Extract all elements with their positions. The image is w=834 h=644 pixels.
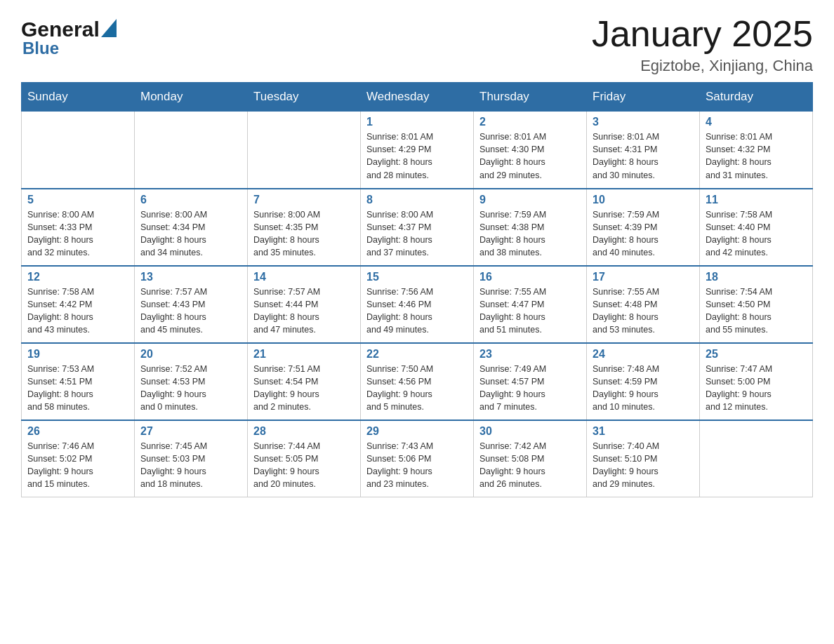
day-info: Sunrise: 8:01 AM Sunset: 4:30 PM Dayligh… [479,130,581,182]
day-cell: 20Sunrise: 7:52 AM Sunset: 4:53 PM Dayli… [135,343,248,420]
calendar-subtitle: Egiztobe, Xinjiang, China [592,57,813,75]
day-cell: 12Sunrise: 7:58 AM Sunset: 4:42 PM Dayli… [22,266,135,343]
day-number: 6 [140,194,241,206]
day-number: 1 [366,116,468,128]
day-number: 15 [366,271,468,283]
col-header-saturday: Saturday [700,83,813,112]
day-cell: 1Sunrise: 8:01 AM Sunset: 4:29 PM Daylig… [361,112,474,189]
day-info: Sunrise: 7:57 AM Sunset: 4:43 PM Dayligh… [140,286,241,337]
day-cell: 11Sunrise: 7:58 AM Sunset: 4:40 PM Dayli… [700,189,813,266]
day-cell: 16Sunrise: 7:55 AM Sunset: 4:47 PM Dayli… [474,266,587,343]
day-cell: 2Sunrise: 8:01 AM Sunset: 4:30 PM Daylig… [474,112,587,189]
day-cell: 31Sunrise: 7:40 AM Sunset: 5:10 PM Dayli… [587,420,700,497]
day-info: Sunrise: 8:01 AM Sunset: 4:31 PM Dayligh… [593,130,694,182]
day-info: Sunrise: 7:53 AM Sunset: 4:51 PM Dayligh… [27,363,128,414]
day-number: 11 [706,194,807,206]
day-info: Sunrise: 7:54 AM Sunset: 4:50 PM Dayligh… [706,286,807,337]
day-number: 17 [593,271,694,283]
day-info: Sunrise: 8:01 AM Sunset: 4:32 PM Dayligh… [706,130,807,182]
day-number: 30 [479,425,581,438]
calendar-table: SundayMondayTuesdayWednesdayThursdayFrid… [21,82,813,497]
day-info: Sunrise: 8:01 AM Sunset: 4:29 PM Dayligh… [366,130,468,182]
day-info: Sunrise: 7:42 AM Sunset: 5:08 PM Dayligh… [479,440,581,491]
day-info: Sunrise: 7:59 AM Sunset: 4:38 PM Dayligh… [479,208,581,260]
day-number: 23 [479,348,581,361]
day-number: 7 [253,194,355,206]
day-number: 21 [253,348,355,361]
day-cell: 10Sunrise: 7:59 AM Sunset: 4:39 PM Dayli… [587,189,700,266]
day-info: Sunrise: 7:51 AM Sunset: 4:54 PM Dayligh… [253,363,355,414]
day-number: 10 [593,194,694,206]
day-cell: 9Sunrise: 7:59 AM Sunset: 4:38 PM Daylig… [474,189,587,266]
title-section: January 2025 Egiztobe, Xinjiang, China [592,14,813,75]
day-cell: 25Sunrise: 7:47 AM Sunset: 5:00 PM Dayli… [700,343,813,420]
day-number: 3 [593,116,694,128]
day-number: 12 [27,271,128,283]
day-cell: 6Sunrise: 8:00 AM Sunset: 4:34 PM Daylig… [135,189,248,266]
day-number: 18 [706,271,807,283]
day-cell: 18Sunrise: 7:54 AM Sunset: 4:50 PM Dayli… [700,266,813,343]
week-row-2: 5Sunrise: 8:00 AM Sunset: 4:33 PM Daylig… [22,189,813,266]
day-number: 9 [479,194,581,206]
col-header-sunday: Sunday [22,83,135,112]
day-info: Sunrise: 7:59 AM Sunset: 4:39 PM Dayligh… [593,208,694,260]
day-number: 31 [593,425,694,438]
day-cell: 3Sunrise: 8:01 AM Sunset: 4:31 PM Daylig… [587,112,700,189]
day-info: Sunrise: 7:49 AM Sunset: 4:57 PM Dayligh… [479,363,581,414]
svg-marker-0 [101,19,117,37]
day-cell: 13Sunrise: 7:57 AM Sunset: 4:43 PM Dayli… [135,266,248,343]
day-number: 5 [27,194,128,206]
day-number: 16 [479,271,581,283]
day-cell: 29Sunrise: 7:43 AM Sunset: 5:06 PM Dayli… [361,420,474,497]
day-info: Sunrise: 7:52 AM Sunset: 4:53 PM Dayligh… [140,363,241,414]
page-header: General Blue January 2025 Egiztobe, Xinj… [21,14,813,75]
day-number: 4 [706,116,807,128]
day-cell [248,112,361,189]
day-info: Sunrise: 7:43 AM Sunset: 5:06 PM Dayligh… [366,440,468,491]
col-header-friday: Friday [587,83,700,112]
day-number: 24 [593,348,694,361]
day-info: Sunrise: 7:55 AM Sunset: 4:47 PM Dayligh… [479,286,581,337]
day-cell [135,112,248,189]
day-cell: 14Sunrise: 7:57 AM Sunset: 4:44 PM Dayli… [248,266,361,343]
col-header-tuesday: Tuesday [248,83,361,112]
day-cell: 19Sunrise: 7:53 AM Sunset: 4:51 PM Dayli… [22,343,135,420]
col-header-thursday: Thursday [474,83,587,112]
week-row-5: 26Sunrise: 7:46 AM Sunset: 5:02 PM Dayli… [22,420,813,497]
day-number: 14 [253,271,355,283]
day-info: Sunrise: 7:47 AM Sunset: 5:00 PM Dayligh… [706,363,807,414]
day-number: 22 [366,348,468,361]
col-header-wednesday: Wednesday [361,83,474,112]
day-number: 28 [253,425,355,438]
day-info: Sunrise: 7:58 AM Sunset: 4:42 PM Dayligh… [27,286,128,337]
day-info: Sunrise: 7:45 AM Sunset: 5:03 PM Dayligh… [140,440,241,491]
day-cell: 22Sunrise: 7:50 AM Sunset: 4:56 PM Dayli… [361,343,474,420]
week-row-1: 1Sunrise: 8:01 AM Sunset: 4:29 PM Daylig… [22,112,813,189]
day-cell: 7Sunrise: 8:00 AM Sunset: 4:35 PM Daylig… [248,189,361,266]
day-info: Sunrise: 7:50 AM Sunset: 4:56 PM Dayligh… [366,363,468,414]
day-info: Sunrise: 8:00 AM Sunset: 4:34 PM Dayligh… [140,208,241,260]
logo-blue: Blue [22,39,59,58]
day-cell: 26Sunrise: 7:46 AM Sunset: 5:02 PM Dayli… [22,420,135,497]
day-cell [22,112,135,189]
day-number: 13 [140,271,241,283]
col-header-monday: Monday [135,83,248,112]
day-cell: 23Sunrise: 7:49 AM Sunset: 4:57 PM Dayli… [474,343,587,420]
header-row: SundayMondayTuesdayWednesdayThursdayFrid… [22,83,813,112]
day-cell: 5Sunrise: 8:00 AM Sunset: 4:33 PM Daylig… [22,189,135,266]
day-cell: 15Sunrise: 7:56 AM Sunset: 4:46 PM Dayli… [361,266,474,343]
day-info: Sunrise: 7:57 AM Sunset: 4:44 PM Dayligh… [253,286,355,337]
day-info: Sunrise: 7:58 AM Sunset: 4:40 PM Dayligh… [706,208,807,260]
day-number: 27 [140,425,241,438]
day-cell: 8Sunrise: 8:00 AM Sunset: 4:37 PM Daylig… [361,189,474,266]
day-info: Sunrise: 8:00 AM Sunset: 4:37 PM Dayligh… [366,208,468,260]
logo: General Blue [21,14,117,58]
day-cell: 17Sunrise: 7:55 AM Sunset: 4:48 PM Dayli… [587,266,700,343]
day-cell: 30Sunrise: 7:42 AM Sunset: 5:08 PM Dayli… [474,420,587,497]
day-number: 29 [366,425,468,438]
day-info: Sunrise: 7:48 AM Sunset: 4:59 PM Dayligh… [593,363,694,414]
week-row-3: 12Sunrise: 7:58 AM Sunset: 4:42 PM Dayli… [22,266,813,343]
day-cell: 24Sunrise: 7:48 AM Sunset: 4:59 PM Dayli… [587,343,700,420]
logo-triangle-icon [101,19,117,37]
day-info: Sunrise: 7:40 AM Sunset: 5:10 PM Dayligh… [593,440,694,491]
